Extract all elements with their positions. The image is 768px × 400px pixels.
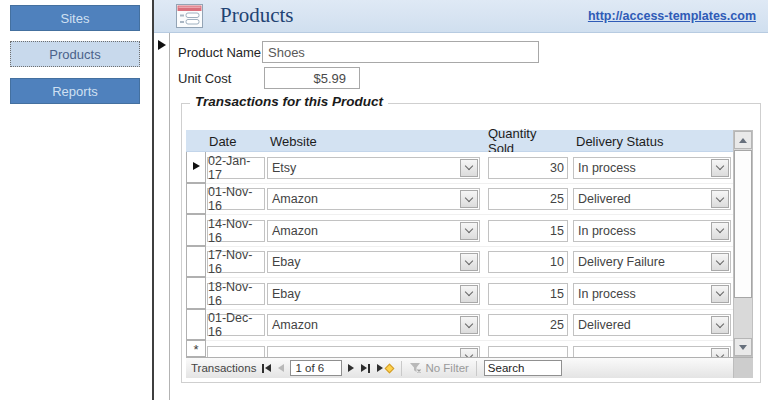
date-cell[interactable]: 14-Nov-16 [207, 220, 265, 242]
website-value: Amazon [272, 224, 318, 238]
quantity-cell[interactable]: 15 [488, 283, 568, 305]
row-selector[interactable] [186, 152, 206, 183]
new-record-button[interactable] [376, 364, 394, 372]
sidebar-item-products[interactable]: Products [10, 41, 140, 67]
row-selector[interactable] [186, 309, 206, 341]
table-rows: 02-Jan-17 Etsy 30 In process 01-Nov-16 A… [186, 152, 733, 357]
status-dropdown-button[interactable] [711, 190, 729, 208]
website-dropdown-button[interactable] [460, 253, 478, 271]
website-value: Amazon [272, 192, 318, 206]
vertical-scrollbar[interactable] [733, 130, 753, 357]
previous-record-icon [278, 364, 284, 372]
website-combo[interactable] [267, 346, 480, 358]
scroll-down-button[interactable] [734, 338, 752, 356]
no-filter-button[interactable]: No Filter [409, 362, 468, 374]
table-row: 02-Jan-17 Etsy 30 In process [186, 152, 733, 184]
next-record-button[interactable] [347, 364, 355, 372]
arrow-up-icon [739, 138, 747, 143]
quantity-cell[interactable]: 25 [488, 314, 568, 336]
date-cell[interactable]: 02-Jan-17 [207, 157, 265, 179]
record-selector-bar[interactable] [154, 33, 170, 400]
chevron-down-icon [716, 288, 724, 296]
website-dropdown-button[interactable] [460, 190, 478, 208]
website-value: Amazon [272, 318, 318, 332]
date-cell[interactable]: 01-Dec-16 [207, 314, 265, 336]
website-dropdown-button[interactable] [460, 348, 478, 358]
chevron-down-icon [716, 162, 724, 170]
column-header-delivery-status[interactable]: Delivery Status [576, 130, 663, 152]
chevron-down-icon [716, 256, 724, 264]
quantity-cell[interactable]: 30 [488, 157, 568, 179]
quantity-cell[interactable]: 25 [488, 188, 568, 210]
row-selector[interactable] [186, 277, 206, 309]
website-combo[interactable]: Amazon [267, 188, 480, 210]
status-dropdown-button[interactable] [711, 253, 729, 271]
previous-record-button[interactable] [277, 364, 285, 372]
chevron-down-icon [716, 319, 724, 327]
status-dropdown-button[interactable] [711, 222, 729, 240]
row-selector[interactable] [186, 214, 206, 246]
website-combo[interactable]: Ebay [267, 283, 480, 305]
unit-cost-input[interactable]: $5.99 [264, 67, 360, 89]
website-combo[interactable]: Etsy [267, 157, 480, 179]
status-combo[interactable]: In process [573, 220, 731, 242]
status-combo[interactable] [573, 346, 731, 358]
column-header-website[interactable]: Website [270, 130, 317, 152]
arrow-down-icon [739, 345, 747, 350]
quantity-cell[interactable]: 10 [488, 251, 568, 273]
date-cell[interactable]: 01-Nov-16 [207, 188, 265, 210]
date-cell[interactable]: 17-Nov-16 [207, 251, 265, 273]
website-dropdown-button[interactable] [460, 285, 478, 303]
product-name-input[interactable]: Shoes [262, 41, 539, 63]
first-record-button[interactable] [261, 364, 272, 373]
website-link[interactable]: http://access-templates.com [588, 9, 756, 23]
new-record-row[interactable]: * [186, 341, 733, 357]
status-dropdown-button[interactable] [711, 159, 729, 177]
status-combo[interactable]: In process [573, 283, 731, 305]
status-combo[interactable]: Delivery Failure [573, 251, 731, 273]
unit-cost-label: Unit Cost [178, 71, 231, 86]
website-combo[interactable]: Ebay [267, 251, 480, 273]
website-combo[interactable]: Amazon [267, 220, 480, 242]
column-header-date[interactable]: Date [209, 130, 236, 152]
status-dropdown-button[interactable] [711, 316, 729, 334]
form-window-icon [176, 4, 203, 28]
scrollbar-thumb[interactable] [734, 150, 752, 298]
website-dropdown-button[interactable] [460, 159, 478, 177]
transactions-group-title: Transactions for this Product [190, 94, 388, 109]
search-input[interactable] [484, 360, 562, 376]
sidebar-item-reports[interactable]: Reports [10, 78, 140, 104]
last-record-button[interactable] [360, 364, 371, 373]
status-combo[interactable]: Delivered [573, 188, 731, 210]
chevron-down-icon [465, 319, 473, 327]
website-dropdown-button[interactable] [460, 316, 478, 334]
sidebar-item-sites[interactable]: Sites [10, 5, 140, 31]
chevron-down-icon [465, 193, 473, 201]
status-dropdown-button[interactable] [711, 285, 729, 303]
form-header: Products http://access-templates.com [154, 0, 768, 33]
date-cell[interactable] [207, 346, 265, 358]
status-combo[interactable]: In process [573, 157, 731, 179]
website-combo[interactable]: Amazon [267, 314, 480, 336]
transactions-groupbox: Transactions for this Product Date Websi… [181, 103, 761, 383]
status-combo[interactable]: Delivered [573, 314, 731, 336]
date-cell[interactable]: 18-Nov-16 [207, 283, 265, 305]
record-indicator[interactable]: 1 of 6 [290, 360, 342, 376]
quantity-cell[interactable]: 15 [488, 220, 568, 242]
table-row: 17-Nov-16 Ebay 10 Delivery Failure [186, 247, 733, 279]
scroll-up-button[interactable] [734, 131, 752, 149]
website-dropdown-button[interactable] [460, 222, 478, 240]
page-title: Products [220, 3, 294, 28]
row-selector[interactable] [186, 183, 206, 215]
website-value: Ebay [272, 287, 301, 301]
quantity-cell[interactable] [488, 346, 568, 358]
column-header-quantity-sold[interactable]: Quantity Sold [488, 130, 566, 152]
sidebar: Sites Products Reports [0, 0, 152, 400]
current-record-arrow-icon [158, 40, 166, 50]
row-selector[interactable] [186, 246, 206, 278]
chevron-down-icon [465, 162, 473, 170]
products-form: Products http://access-templates.com Pro… [154, 0, 768, 400]
status-dropdown-button[interactable] [711, 348, 729, 358]
next-record-icon [348, 364, 354, 372]
new-row-selector[interactable]: * [186, 340, 206, 357]
